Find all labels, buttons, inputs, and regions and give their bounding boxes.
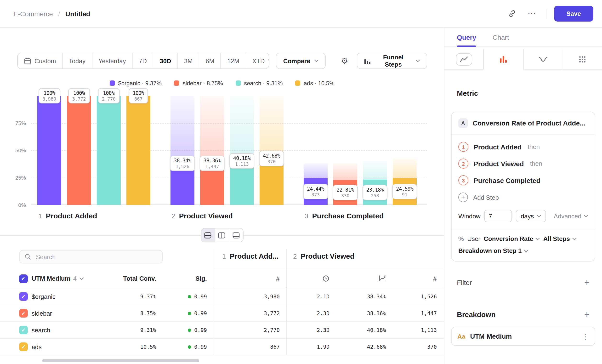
metric-card: A Conversion Rate of Product Adde... 1Pr…: [451, 112, 595, 261]
row-total-conv: 8.75%: [89, 310, 156, 316]
measure-scope-select[interactable]: All Steps: [543, 235, 577, 242]
row-checkbox[interactable]: ✓: [19, 309, 28, 318]
save-button[interactable]: Save: [554, 6, 593, 21]
layout-bottom-panel-button[interactable]: [229, 228, 243, 242]
funnel-bar-search-step1[interactable]: [97, 96, 121, 205]
legend-swatch: [235, 80, 241, 86]
conversion-window-row: Window days Advanced: [452, 206, 595, 224]
chevron-down-icon: [268, 59, 269, 62]
table-row-$organic[interactable]: ✓$organic9.37%0.993,9802.1D38.34%1,526: [0, 288, 444, 305]
funnel-ghost-bar: [230, 96, 254, 161]
line-chart-icon: [460, 56, 468, 63]
table-row-search[interactable]: ✓search9.31%0.992,7702.3D40.18%1,113: [0, 322, 444, 339]
legend-item-search[interactable]: search · 9.31%: [235, 80, 283, 86]
metric-step-1[interactable]: 1Product Addedthen: [452, 139, 595, 155]
share-link-button[interactable]: [506, 8, 518, 20]
more-options-icon: ⋯: [527, 10, 536, 18]
window-label: Window: [458, 212, 481, 220]
layout-split-vertical-button[interactable]: [215, 228, 229, 242]
breadcrumb-parent[interactable]: E-Commerce: [13, 10, 53, 18]
chevron-down-icon: [79, 277, 84, 280]
measurement-section: % User Conversion Rate All Steps: [452, 229, 595, 254]
metric-step-2[interactable]: 2Product Viewedthen: [452, 155, 595, 172]
sig-dot-icon: [187, 295, 191, 298]
measure-select[interactable]: Conversion Rate: [484, 235, 540, 242]
chart-type-line-tab[interactable]: [444, 49, 484, 70]
tab-query[interactable]: Query: [457, 28, 476, 46]
funnel-ghost-bar: [304, 163, 328, 178]
report-title[interactable]: Untitled: [65, 10, 90, 18]
legend-item-sidebar[interactable]: sidebar · 8.75%: [174, 80, 223, 86]
funnel-bar-$organic-step1[interactable]: [37, 96, 61, 205]
chart-type-label: Funnel Steps: [375, 54, 412, 68]
search-input[interactable]: [35, 253, 158, 261]
topbar-actions: ⋯ Save: [506, 6, 593, 21]
step2-time-header[interactable]: [286, 275, 330, 282]
query-panel: Query Chart Metric: [444, 28, 602, 364]
step2-rate-header[interactable]: [330, 275, 386, 282]
chart-type-dropdown[interactable]: Funnel Steps: [357, 53, 427, 69]
funnel-bar-ads-step1[interactable]: [126, 96, 150, 205]
funnel-chart: 75%50%25%0%100%3,980100%3,772100%2,77010…: [0, 96, 444, 205]
kebab-menu-icon[interactable]: ⋮: [582, 333, 589, 340]
add-step-button[interactable]: + Add Step: [452, 189, 595, 206]
range-button-12m[interactable]: 12M: [221, 53, 246, 68]
chevron-down-icon: [314, 59, 318, 62]
range-button-3m[interactable]: 3M: [178, 53, 199, 68]
add-breakdown-button[interactable]: +: [584, 310, 590, 319]
range-button-xtd[interactable]: XTD: [246, 53, 269, 68]
range-button-30d[interactable]: 30D: [153, 53, 178, 68]
chevron-down-icon: [572, 237, 577, 240]
compare-button[interactable]: Compare: [276, 53, 326, 69]
range-button-6m[interactable]: 6M: [199, 53, 221, 68]
range-button-7d[interactable]: 7D: [133, 53, 153, 68]
funnel-bar-sidebar-step1[interactable]: [67, 96, 91, 205]
funnel-ghost-bar: [200, 96, 224, 163]
row-checkbox[interactable]: ✓: [19, 292, 28, 301]
row-step2-time: 2.3D: [286, 327, 330, 333]
table-group-header-step2: 2 Product Viewed: [293, 252, 355, 260]
sig-header[interactable]: Sig.: [156, 275, 207, 282]
row-significance: 0.99: [156, 310, 207, 316]
window-value-input[interactable]: [484, 210, 512, 222]
row-step2-time: 2.1D: [286, 293, 330, 300]
range-button-yesterday[interactable]: Yesterday: [92, 53, 133, 68]
breakdown-item[interactable]: Aa UTM Medium ⋮: [451, 327, 595, 346]
row-checkbox[interactable]: ✓: [19, 343, 28, 351]
layout-split-horizontal-icon: [204, 232, 211, 238]
step2-count-header[interactable]: #: [386, 275, 437, 282]
row-step2-time: 1.9D: [286, 344, 330, 350]
metric-title-row[interactable]: A Conversion Rate of Product Adde...: [452, 112, 595, 135]
metric-step-3[interactable]: 3Purchase Completed: [452, 172, 595, 189]
more-options-button[interactable]: ⋯: [526, 8, 538, 20]
filter-section-header: Filter +: [457, 278, 590, 287]
select-all-checkbox[interactable]: ✓: [19, 274, 28, 283]
panel-tabs: Query Chart: [444, 28, 602, 47]
advanced-button[interactable]: Advanced: [554, 212, 588, 220]
chart-type-flows-tab[interactable]: [523, 49, 563, 70]
chart-settings-button[interactable]: ⚙: [339, 55, 350, 67]
row-checkbox[interactable]: ✓: [19, 326, 28, 334]
window-unit-select[interactable]: days: [516, 210, 546, 222]
tab-chart[interactable]: Chart: [493, 28, 509, 46]
funnel-ghost-bar: [171, 96, 194, 163]
chart-toolbar: CustomTodayYesterday7D30D3M6M12MXTD Comp…: [17, 53, 427, 69]
add-filter-button[interactable]: +: [584, 278, 590, 287]
row-name: $organic: [32, 293, 89, 300]
range-button-custom[interactable]: Custom: [18, 53, 63, 68]
legend-item-ads[interactable]: ads · 10.5%: [295, 80, 334, 86]
chevron-down-icon: [524, 249, 528, 252]
funnel-step-labels: 1Product Added2Product Viewed3Purchase C…: [0, 212, 444, 222]
range-button-today[interactable]: Today: [63, 53, 92, 68]
table-row-sidebar[interactable]: ✓sidebar8.75%0.993,7722.3D38.36%1,447: [0, 305, 444, 322]
chart-type-funnel-tab[interactable]: [484, 49, 524, 70]
chart-type-more-tab[interactable]: [563, 49, 602, 70]
total-conv-header[interactable]: Total Conv.: [89, 275, 156, 282]
breakdown-column-header[interactable]: UTM Medium 4: [32, 275, 89, 282]
breakdown-on-select[interactable]: Breakdown on Step 1: [458, 247, 528, 254]
table-row-ads[interactable]: ✓ads10.5%0.998671.9D42.68%370: [0, 339, 444, 355]
horizontal-scrollbar[interactable]: [42, 359, 199, 362]
layout-split-horizontal-button[interactable]: [201, 228, 215, 242]
step1-count-header[interactable]: #: [214, 275, 280, 282]
legend-item-$organic[interactable]: $organic · 9.37%: [109, 80, 161, 86]
